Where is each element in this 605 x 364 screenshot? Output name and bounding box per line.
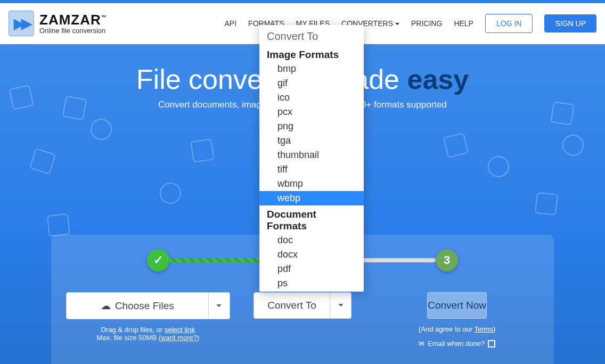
select-link[interactable]: select link [165, 326, 195, 334]
dropdown-item-gif[interactable]: gif [259, 76, 364, 90]
dropdown-item-thumbnail[interactable]: thumbnail [259, 148, 364, 162]
dropdown-group-image: Image Formats [259, 46, 364, 62]
nav-help[interactable]: HELP [454, 19, 473, 28]
step-1-done [147, 249, 169, 271]
convert-to-dropdown[interactable]: Convert To Image Formats bmpgificopcxpng… [259, 25, 364, 292]
brand-name: ZAMZAR™ [39, 13, 107, 27]
dropdown-group-document: Document Formats [259, 205, 364, 233]
drag-drop-hint: Drag & drop files, or select link Max. f… [96, 326, 199, 342]
brand-tagline: Online file conversion [39, 27, 107, 35]
envelope-icon: ✉ [419, 340, 424, 348]
convert-to-caret[interactable] [330, 292, 351, 319]
terms-link[interactable]: Terms [475, 325, 493, 333]
terms-hint: (And agree to our Terms) [419, 325, 495, 333]
logo[interactable]: ▶▶ ZAMZAR™ Online file conversion [9, 11, 107, 36]
choose-files-button[interactable]: ☁ Choose Files [66, 292, 209, 319]
dropdown-item-docx[interactable]: docx [259, 247, 364, 262]
email-checkbox[interactable] [488, 340, 495, 348]
dropdown-item-tga[interactable]: tga [259, 134, 364, 148]
nav-api[interactable]: API [225, 19, 237, 28]
dropdown-title: Convert To [259, 25, 364, 46]
dropdown-item-pcx[interactable]: pcx [259, 105, 364, 119]
dropdown-item-png[interactable]: png [259, 119, 364, 134]
convert-now-button[interactable]: Convert Now [427, 292, 487, 319]
dropdown-item-doc[interactable]: doc [259, 233, 364, 247]
dropdown-item-ps[interactable]: ps [259, 276, 364, 291]
convert-now-label: Convert Now [428, 300, 486, 311]
upload-icon: ☁ [101, 300, 111, 312]
choose-files-label: Choose Files [115, 300, 174, 312]
dropdown-item-tiff[interactable]: tiff [259, 162, 364, 177]
login-button[interactable]: LOG IN [485, 14, 533, 33]
dropdown-item-bmp[interactable]: bmp [259, 62, 364, 76]
nav-pricing[interactable]: PRICING [411, 19, 442, 28]
logo-icon: ▶▶ [9, 11, 34, 36]
email-when-done[interactable]: ✉ Email when done? [419, 340, 495, 348]
signup-button[interactable]: SIGN UP [544, 14, 596, 32]
dropdown-item-pdf[interactable]: pdf [259, 262, 364, 276]
step-3: 3 [436, 249, 458, 271]
want-more-link[interactable]: want more? [161, 334, 197, 342]
convert-to-label: Convert To [267, 300, 316, 311]
dropdown-item-wbmp[interactable]: wbmp [259, 177, 364, 191]
convert-to-button[interactable]: Convert To [254, 292, 331, 319]
choose-files-caret[interactable] [209, 292, 230, 319]
dropdown-item-webp[interactable]: webp [259, 191, 364, 205]
dropdown-item-ico[interactable]: ico [259, 90, 364, 105]
